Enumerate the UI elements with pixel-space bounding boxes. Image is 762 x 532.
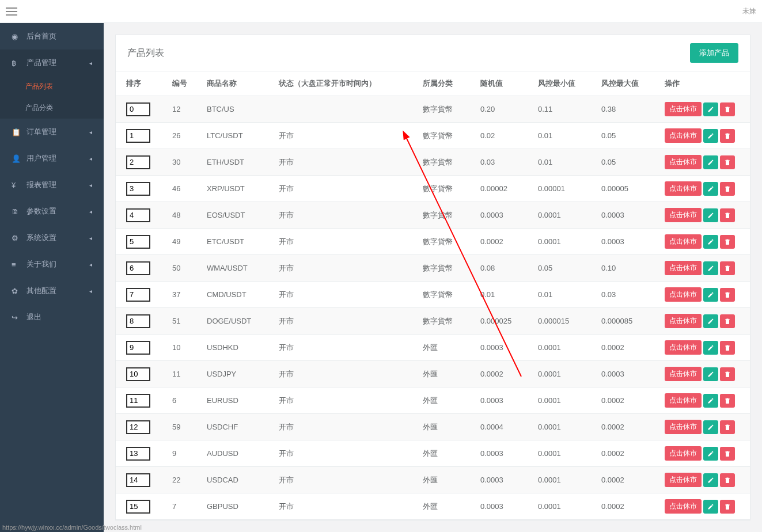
close-market-button[interactable]: 点击休市	[665, 420, 702, 434]
close-market-button[interactable]: 点击休市	[665, 340, 702, 355]
sort-input[interactable]	[126, 208, 150, 222]
close-market-button[interactable]: 点击休市	[665, 314, 702, 328]
sort-input[interactable]	[126, 261, 150, 275]
close-market-button[interactable]: 点击休市	[665, 367, 702, 381]
delete-button[interactable]	[720, 473, 735, 487]
table-row: 49ETC/USDT开市數字貨幣0.00020.00010.0003点击休市	[116, 229, 750, 255]
sort-input[interactable]	[126, 288, 150, 302]
delete-button[interactable]	[720, 129, 735, 143]
sidebar-item-4[interactable]: ¥报表管理◂	[0, 172, 104, 198]
sidebar-item-9[interactable]: ↪退出	[0, 304, 104, 330]
delete-button[interactable]	[720, 155, 735, 169]
sort-input[interactable]	[126, 420, 150, 434]
close-market-button[interactable]: 点击休市	[665, 181, 702, 196]
edit-button[interactable]	[703, 155, 718, 169]
sidebar-item-5[interactable]: 🗎参数设置◂	[0, 198, 104, 225]
cell-name: USDCHF	[202, 414, 274, 440]
close-market-button[interactable]: 点击休市	[665, 102, 702, 116]
sidebar-item-3[interactable]: 👤用户管理◂	[0, 145, 104, 172]
chevron-icon: ◂	[89, 235, 92, 241]
cell-rand: 0.0003	[476, 202, 533, 229]
cell-status: 开市	[274, 414, 418, 440]
cell-status: 开市	[274, 361, 418, 387]
add-product-button[interactable]: 添加产品	[690, 43, 738, 63]
cell-rand: 0.000025	[476, 308, 533, 335]
edit-button[interactable]	[703, 473, 718, 487]
edit-button[interactable]	[703, 235, 718, 249]
edit-button[interactable]	[703, 182, 718, 196]
edit-button[interactable]	[703, 367, 718, 381]
delete-button[interactable]	[720, 208, 735, 222]
cell-name: CMD/USDT	[202, 282, 274, 308]
delete-button[interactable]	[720, 235, 735, 249]
col-header-7: 风控最大值	[597, 71, 660, 96]
delete-button[interactable]	[720, 420, 735, 434]
cell-status: 开市	[274, 440, 418, 467]
delete-button[interactable]	[720, 102, 735, 116]
delete-button[interactable]	[720, 288, 735, 302]
cell-status: 开市	[274, 229, 418, 255]
sort-input[interactable]	[126, 500, 150, 514]
sort-input[interactable]	[126, 155, 150, 169]
sort-input[interactable]	[126, 102, 150, 116]
sort-input[interactable]	[126, 182, 150, 196]
edit-button[interactable]	[703, 102, 718, 116]
sort-input[interactable]	[126, 447, 150, 461]
clipboard-icon: 📋	[12, 128, 22, 136]
delete-button[interactable]	[720, 261, 735, 275]
delete-button[interactable]	[720, 500, 735, 514]
edit-button[interactable]	[703, 288, 718, 302]
sort-input[interactable]	[126, 129, 150, 143]
sort-input[interactable]	[126, 473, 150, 487]
edit-button[interactable]	[703, 341, 718, 355]
close-market-button[interactable]: 点击休市	[665, 499, 702, 514]
sort-input[interactable]	[126, 367, 150, 381]
edit-button[interactable]	[703, 129, 718, 143]
close-market-button[interactable]: 点击休市	[665, 128, 702, 143]
delete-button[interactable]	[720, 341, 735, 355]
sidebar-item-2[interactable]: 📋订单管理◂	[0, 119, 104, 145]
delete-button[interactable]	[720, 447, 735, 461]
menu-toggle-icon[interactable]	[6, 5, 17, 18]
close-market-button[interactable]: 点击休市	[665, 234, 702, 249]
table-row: 6EURUSD开市外匯0.00030.00010.0002点击休市	[116, 387, 750, 414]
sidebar-item-7[interactable]: ≡关于我们◂	[0, 251, 104, 278]
cell-name: USDCAD	[202, 467, 274, 493]
sidebar-subitem-0[interactable]: 产品列表	[0, 76, 104, 97]
edit-button[interactable]	[703, 208, 718, 222]
close-market-button[interactable]: 点击休市	[665, 446, 702, 461]
sidebar-item-8[interactable]: ✿其他配置◂	[0, 278, 104, 304]
col-header-5: 随机值	[476, 71, 533, 96]
sort-input[interactable]	[126, 341, 150, 355]
top-bar: 未妹	[0, 0, 762, 23]
edit-button[interactable]	[703, 394, 718, 408]
edit-button[interactable]	[703, 420, 718, 434]
edit-button[interactable]	[703, 261, 718, 275]
edit-button[interactable]	[703, 500, 718, 514]
close-market-button[interactable]: 点击休市	[665, 261, 702, 275]
table-body: 12BTC/US數字貨幣0.200.110.38点击休市26LTC/USDT开市…	[116, 96, 750, 520]
sidebar-item-6[interactable]: ⚙系统设置◂	[0, 225, 104, 251]
cell-name: LTC/USDT	[202, 123, 274, 149]
sort-input[interactable]	[126, 394, 150, 408]
sort-input[interactable]	[126, 235, 150, 249]
delete-button[interactable]	[720, 394, 735, 408]
close-market-button[interactable]: 点击休市	[665, 473, 702, 487]
close-market-button[interactable]: 点击休市	[665, 155, 702, 169]
sort-input[interactable]	[126, 314, 150, 328]
cell-max: 0.0003	[597, 229, 660, 255]
edit-button[interactable]	[703, 314, 718, 328]
cell-max: 0.38	[597, 96, 660, 123]
sidebar-item-1[interactable]: ฿产品管理◂	[0, 50, 104, 76]
delete-button[interactable]	[720, 182, 735, 196]
sidebar-item-0[interactable]: ◉后台首页	[0, 23, 104, 50]
panel-header: 产品列表 添加产品	[116, 35, 750, 71]
edit-button[interactable]	[703, 447, 718, 461]
close-market-button[interactable]: 点击休市	[665, 208, 702, 222]
close-market-button[interactable]: 点击休市	[665, 287, 702, 302]
sidebar-item-label: 订单管理	[26, 127, 56, 137]
sidebar-subitem-1[interactable]: 产品分类	[0, 97, 104, 119]
close-market-button[interactable]: 点击休市	[665, 393, 702, 408]
delete-button[interactable]	[720, 314, 735, 328]
delete-button[interactable]	[720, 367, 735, 381]
